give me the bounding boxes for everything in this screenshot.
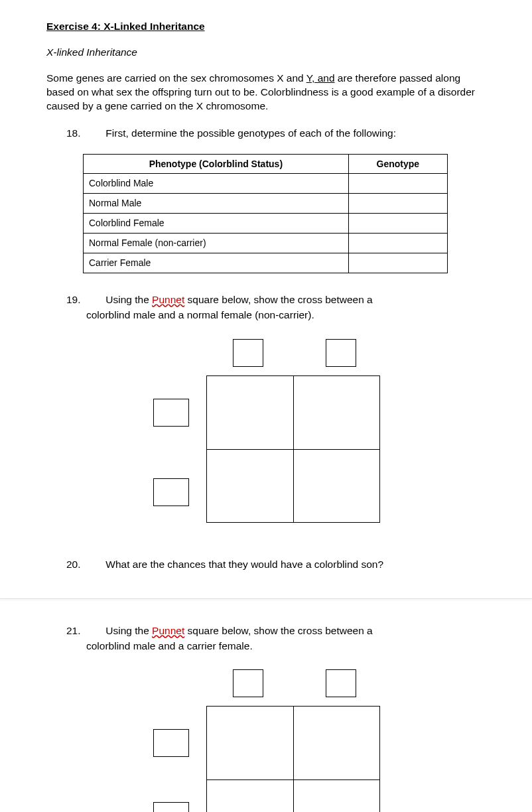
cell-phenotype: Normal Female (non-carrier) [84, 234, 349, 253]
grid-divider-vertical [293, 707, 294, 812]
cell-phenotype: Carrier Female [84, 253, 349, 273]
punnett-side-allele-2[interactable] [153, 802, 189, 812]
punnett-square-21 [127, 669, 405, 812]
punnett-grid[interactable] [206, 375, 380, 523]
genotype-table: Phenotype (Colorblind Status) Genotype C… [83, 154, 448, 273]
punnett-side-allele-2[interactable] [153, 478, 189, 506]
page-break [0, 598, 532, 599]
question-21: 21. Using the Punnet square below, show … [66, 624, 486, 653]
table-row: Normal Male [84, 194, 448, 214]
spelling-error: Punnet [152, 294, 184, 305]
cell-phenotype: Colorblind Male [84, 174, 349, 194]
cell-phenotype: Normal Male [84, 194, 349, 214]
spelling-error: Punnet [152, 625, 184, 636]
question-number: 21. [66, 624, 103, 638]
worksheet-page: Exercise 4: X-Linked Inheritance X-linke… [0, 0, 532, 812]
intro-paragraph: Some genes are carried on the sex chromo… [46, 72, 486, 113]
intro-text-a: Some genes are carried on the sex chromo… [46, 72, 306, 84]
question-number: 19. [66, 293, 103, 307]
table-row: Carrier Female [84, 253, 448, 273]
punnett-top-allele-1[interactable] [233, 339, 263, 367]
punnett-top-allele-2[interactable] [326, 339, 356, 367]
question-continuation: colorblind male and a normal female (non… [86, 308, 486, 322]
grid-divider-horizontal [207, 449, 379, 450]
punnett-top-allele-1[interactable] [233, 669, 263, 697]
cell-genotype[interactable] [348, 234, 447, 253]
table-row: Colorblind Male [84, 174, 448, 194]
cell-genotype[interactable] [348, 194, 447, 214]
exercise-title: Exercise 4: X-Linked Inheritance [46, 20, 486, 34]
table-row: Colorblind Female [84, 214, 448, 234]
question-continuation: colorblind male and a carrier female. [86, 640, 486, 653]
question-number: 20. [66, 558, 103, 572]
q19-text-b: square below, show the cross between a [184, 294, 372, 305]
cell-phenotype: Colorblind Female [84, 214, 349, 234]
table-row: Normal Female (non-carrier) [84, 234, 448, 253]
question-text: Using the Punnet square below, show the … [105, 294, 372, 305]
q21-text-a: Using the [105, 625, 152, 636]
punnett-square-19 [127, 339, 405, 538]
question-text: Using the Punnet square below, show the … [105, 625, 372, 636]
question-19: 19. Using the Punnet square below, show … [66, 293, 486, 322]
question-text: First, determine the possible genotypes … [105, 127, 396, 139]
punnett-top-allele-2[interactable] [326, 669, 356, 697]
punnett-side-allele-1[interactable] [153, 729, 189, 757]
question-text: What are the chances that they would hav… [105, 559, 383, 570]
question-18: 18. First, determine the possible genoty… [66, 127, 486, 141]
header-phenotype: Phenotype (Colorblind Status) [84, 154, 349, 174]
cell-genotype[interactable] [348, 214, 447, 234]
grid-divider-horizontal [207, 779, 379, 780]
header-genotype: Genotype [348, 154, 447, 174]
punnett-side-allele-1[interactable] [153, 399, 189, 427]
cell-genotype[interactable] [348, 174, 447, 194]
q19-text-a: Using the [105, 294, 152, 305]
punnett-grid[interactable] [206, 706, 380, 812]
cell-genotype[interactable] [348, 253, 447, 273]
question-20: 20. What are the chances that they would… [66, 558, 486, 572]
section-subtitle: X-linked Inheritance [46, 46, 486, 60]
q21-text-b: square below, show the cross between a [184, 625, 372, 636]
table-header-row: Phenotype (Colorblind Status) Genotype [84, 154, 448, 174]
intro-y-and: Y, and [306, 72, 335, 84]
question-number: 18. [66, 127, 103, 141]
